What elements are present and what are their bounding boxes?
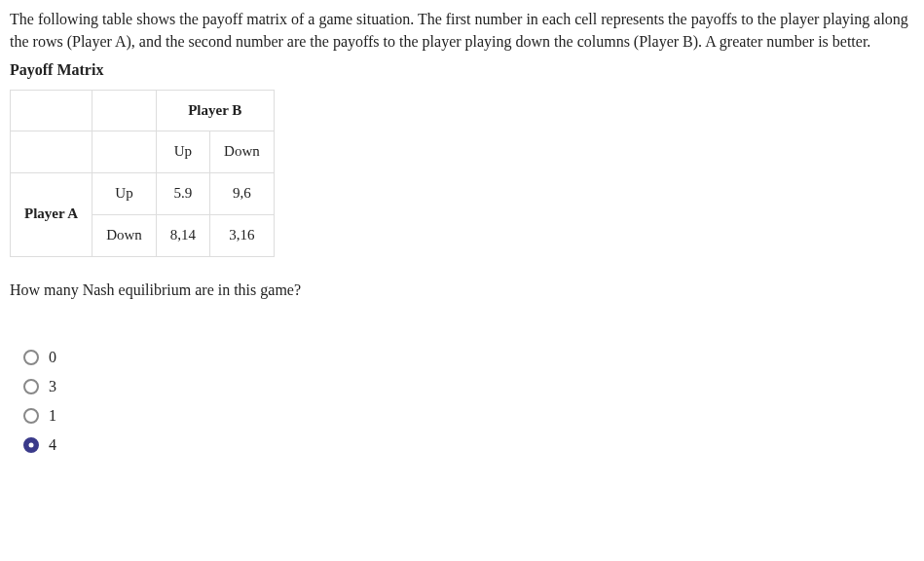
player-a-header: Player A xyxy=(11,173,92,257)
payoff-matrix-table: Player B Up Down Player A Up 5.9 9,6 Dow… xyxy=(10,90,275,257)
cell-up-down: 9,6 xyxy=(210,173,275,215)
empty-cell xyxy=(92,131,157,173)
row-header-up: Up xyxy=(92,173,157,215)
option-0[interactable]: 0 xyxy=(23,346,914,369)
question-text: How many Nash equilibrium are in this ga… xyxy=(10,279,914,301)
option-3[interactable]: 4 xyxy=(23,433,914,457)
option-label: 3 xyxy=(49,375,56,397)
empty-cell xyxy=(11,90,92,131)
radio-icon xyxy=(23,408,39,424)
col-header-up: Up xyxy=(156,131,209,173)
radio-icon xyxy=(23,350,39,365)
option-label: 1 xyxy=(49,404,56,427)
empty-cell xyxy=(11,131,92,173)
option-1[interactable]: 3 xyxy=(23,375,914,398)
option-label: 4 xyxy=(49,433,56,456)
payoff-matrix-title: Payoff Matrix xyxy=(10,58,914,81)
cell-down-up: 8,14 xyxy=(156,214,209,256)
option-label: 0 xyxy=(49,346,56,368)
cell-up-up: 5.9 xyxy=(156,173,209,215)
answer-options: 0 3 1 4 xyxy=(10,346,914,457)
option-2[interactable]: 1 xyxy=(23,404,914,428)
intro-text: The following table shows the payoff mat… xyxy=(10,8,914,53)
empty-cell xyxy=(92,90,157,131)
player-b-header: Player B xyxy=(156,90,274,131)
row-header-down: Down xyxy=(92,214,157,256)
col-header-down: Down xyxy=(210,131,275,173)
cell-down-down: 3,16 xyxy=(210,214,275,256)
radio-icon xyxy=(23,379,39,394)
radio-icon xyxy=(23,437,39,453)
